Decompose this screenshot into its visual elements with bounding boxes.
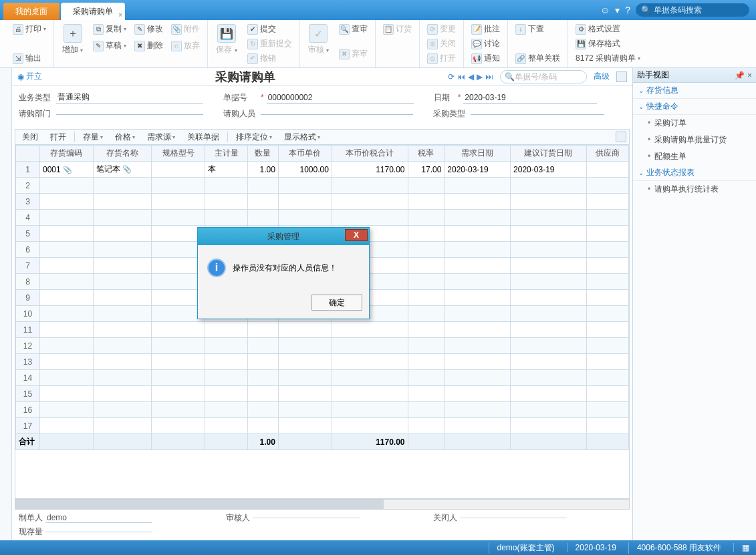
save-format-button[interactable]: 💾保存格式 bbox=[574, 37, 642, 50]
abandon-button[interactable]: ⎌放弃 bbox=[169, 39, 202, 52]
table-row[interactable]: 2 bbox=[16, 178, 629, 194]
table-row[interactable]: 5 bbox=[16, 226, 629, 242]
link-all-button[interactable]: 🔗整单关联 bbox=[513, 52, 562, 65]
barcode-search-input[interactable] bbox=[654, 5, 741, 15]
grid[interactable]: 存货编码 存货名称 规格型号 主计量 数量 本币单价 本币价税合计 税率 需求日… bbox=[15, 145, 630, 499]
person-field[interactable] bbox=[261, 113, 413, 115]
submit-button[interactable]: ✔提交 bbox=[245, 23, 294, 35]
save-icon: 💾 bbox=[217, 24, 236, 43]
table-row[interactable]: 15 bbox=[16, 386, 629, 402]
change-icon: ⟳ bbox=[427, 24, 438, 35]
table-row[interactable]: 12 bbox=[16, 338, 629, 354]
tab-close-icon[interactable]: × bbox=[118, 7, 122, 24]
grid-open-button[interactable]: 打开 bbox=[46, 132, 70, 143]
disaudit-button[interactable]: ✖弃审 bbox=[337, 47, 370, 60]
quick-cmd-item[interactable]: 采购请购单批量订货 bbox=[633, 132, 756, 148]
discuss-button[interactable]: 💬讨论 bbox=[469, 37, 502, 50]
biz-type-field[interactable]: 普通采购 bbox=[56, 91, 203, 104]
acc-quick-cmd[interactable]: ⌄快捷命令 bbox=[633, 99, 756, 115]
date-field[interactable]: 2020-03-19 bbox=[463, 92, 597, 104]
pin-icon[interactable]: 📌 bbox=[735, 71, 745, 80]
refresh-icon[interactable]: ⟳ bbox=[448, 72, 455, 81]
smile-dropdown-icon[interactable]: ▾ bbox=[615, 5, 620, 15]
quick-cmd-item[interactable]: 采购订单 bbox=[633, 115, 756, 132]
table-row[interactable]: 9 bbox=[16, 290, 629, 306]
table-row[interactable]: 14 bbox=[16, 370, 629, 386]
status-tel: 4006-600-588 用友软件 bbox=[628, 542, 721, 554]
help-icon[interactable]: ? bbox=[625, 5, 630, 15]
review-button[interactable]: 🔍查审 bbox=[337, 23, 370, 35]
down-query-button[interactable]: ↓下查 bbox=[513, 23, 562, 35]
prev-icon[interactable]: ◀ bbox=[468, 72, 474, 81]
title-bar: 我的桌面 采购请购单 × ☺ ▾ ? 🔍 bbox=[0, 0, 756, 20]
draft-button[interactable]: ✎草稿▾ bbox=[91, 39, 128, 52]
doc-no-label: 单据号 bbox=[223, 92, 258, 104]
horizontal-scrollbar[interactable] bbox=[15, 499, 630, 510]
delete-button[interactable]: ✖删除 bbox=[132, 39, 165, 52]
discuss-icon: 💬 bbox=[471, 39, 482, 49]
copy-button[interactable]: ⧉复制▾ bbox=[91, 23, 128, 35]
grid-stock-button[interactable]: 存量▾ bbox=[79, 132, 107, 143]
table-row[interactable]: 3 bbox=[16, 194, 629, 210]
format-button[interactable]: ⚙格式设置 bbox=[574, 23, 642, 35]
status-open[interactable]: ◉开立 bbox=[17, 71, 42, 82]
grid-rel-button[interactable]: 关联单据 bbox=[183, 132, 223, 143]
print-button[interactable]: 🖨打印▾ bbox=[11, 23, 48, 35]
table-row[interactable]: 6 bbox=[16, 242, 629, 258]
tab-desktop[interactable]: 我的桌面 bbox=[3, 3, 59, 20]
status-qr-icon[interactable]: ▦ bbox=[733, 543, 749, 552]
barcode-search[interactable]: 🔍 bbox=[636, 3, 749, 17]
doc-search[interactable]: 🔍 bbox=[500, 70, 587, 83]
pur-type-field[interactable] bbox=[471, 113, 604, 115]
change-button[interactable]: ⟳变更 bbox=[425, 23, 458, 35]
quick-cmd-item[interactable]: 配额生单 bbox=[633, 148, 756, 165]
advanced-link[interactable]: 高级 bbox=[594, 71, 610, 82]
notify-button[interactable]: 📢通知 bbox=[469, 52, 502, 65]
table-row[interactable]: 8 bbox=[16, 274, 629, 290]
printer-icon: 🖨 bbox=[13, 24, 23, 35]
approve-button[interactable]: 📝批注 bbox=[469, 23, 502, 35]
save-button[interactable]: 💾保存 ▾ bbox=[213, 23, 239, 65]
export-button[interactable]: ⇲输出 bbox=[11, 52, 48, 65]
table-row[interactable]: 13 bbox=[16, 354, 629, 370]
next-icon[interactable]: ▶ bbox=[477, 72, 483, 81]
open-doc-icon: ⊙ bbox=[427, 53, 438, 64]
dept-field[interactable] bbox=[56, 113, 203, 115]
acc-reports[interactable]: ⌄业务状态报表 bbox=[633, 165, 756, 181]
close-doc-button[interactable]: ⊘关闭 bbox=[425, 37, 458, 50]
add-button[interactable]: ＋增加 ▾ bbox=[59, 23, 86, 57]
left-collapsed-panel[interactable] bbox=[0, 68, 12, 540]
report-item[interactable]: 请购单执行统计表 bbox=[633, 181, 756, 198]
table-row[interactable]: 16 bbox=[16, 402, 629, 418]
table-row[interactable]: 10 bbox=[16, 306, 629, 322]
acc-inventory-info[interactable]: ⌄存货信息 bbox=[633, 83, 756, 99]
audit-button[interactable]: ✓审核 ▾ bbox=[305, 23, 332, 60]
table-row[interactable]: 7 bbox=[16, 258, 629, 274]
grid-expand-icon[interactable] bbox=[616, 132, 626, 142]
ribbon: 🖨打印▾ ⇲输出 ＋增加 ▾ ⧉复制▾ ✎修改 📎附件 ✎草稿▾ ✖删除 ⎌放弃… bbox=[0, 20, 756, 68]
grid-src-button[interactable]: 需求源▾ bbox=[143, 132, 179, 143]
table-row[interactable]: 11 bbox=[16, 322, 629, 338]
resubmit-button[interactable]: ↻重新提交 bbox=[245, 37, 294, 50]
grid-price-button[interactable]: 价格▾ bbox=[111, 132, 139, 143]
layout-toggle-icon[interactable] bbox=[616, 71, 627, 82]
order-button[interactable]: 📋订货 bbox=[381, 23, 414, 35]
modify-button[interactable]: ✎修改 bbox=[132, 23, 165, 35]
template-select[interactable]: 8172 采购请购单▾ bbox=[574, 52, 642, 65]
grid-disp-button[interactable]: 显示格式▾ bbox=[280, 132, 324, 143]
grid-sort-button[interactable]: 排序定位▾ bbox=[232, 132, 276, 143]
open-doc-button[interactable]: ⊙打开 bbox=[425, 52, 458, 65]
table-row[interactable]: 17 bbox=[16, 418, 629, 434]
attach-button[interactable]: 📎附件 bbox=[169, 23, 202, 35]
undo-button[interactable]: ↶撤销 bbox=[245, 52, 294, 65]
first-icon[interactable]: ⏮ bbox=[457, 72, 465, 81]
grid-close-button[interactable]: 关闭 bbox=[18, 132, 42, 143]
last-icon[interactable]: ⏭ bbox=[485, 72, 493, 81]
panel-close-icon[interactable]: × bbox=[747, 71, 752, 80]
table-row[interactable]: 1 0001 📎 笔记本 📎 本 1.001000.00 1170.0017.0… bbox=[16, 162, 629, 178]
doc-no-field[interactable]: 0000000002 bbox=[267, 92, 414, 104]
tab-document[interactable]: 采购请购单 × bbox=[61, 3, 125, 20]
smile-icon[interactable]: ☺ bbox=[600, 5, 610, 15]
doc-search-input[interactable] bbox=[515, 72, 582, 81]
table-row[interactable]: 4 bbox=[16, 210, 629, 226]
